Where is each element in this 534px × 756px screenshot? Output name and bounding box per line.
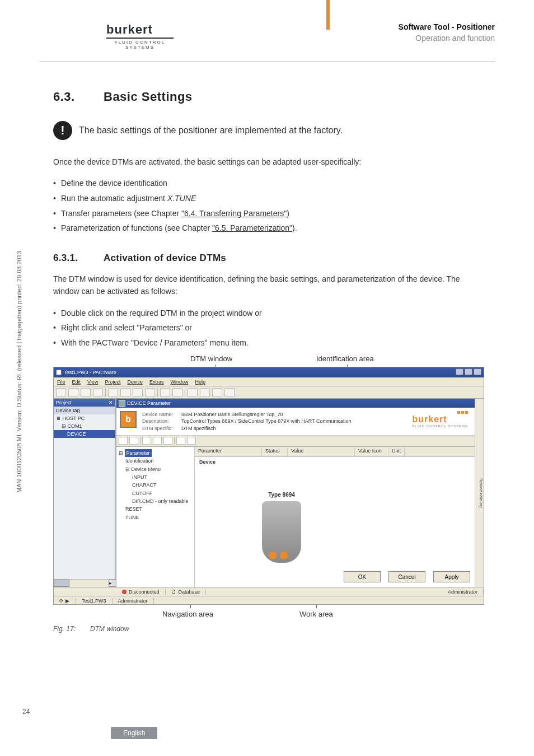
- brand-logo: burkert FLUID CONTROL SYSTEMS: [106, 22, 174, 50]
- menu-device[interactable]: Device: [127, 379, 143, 385]
- section-heading: 6.3.Basic Settings: [53, 90, 484, 104]
- toolbar-button[interactable]: [56, 388, 66, 397]
- note-icon: !: [53, 121, 72, 140]
- apply-button[interactable]: Apply: [433, 571, 470, 582]
- list-item: Parameterization of functions (see Chapt…: [53, 221, 484, 236]
- tree-node-selected[interactable]: Parameter: [125, 449, 152, 457]
- header-titles: Software Tool - Positioner Operation and…: [399, 22, 495, 43]
- identification-area: b Device name:8694 Positioner Basis Stel…: [116, 408, 475, 435]
- menu-project[interactable]: Project: [105, 379, 120, 385]
- callout-ident-area: Identification area: [316, 354, 374, 363]
- ok-button[interactable]: OK: [344, 571, 381, 582]
- list-item: Double click on the required DTM in the …: [53, 306, 484, 321]
- dtm-toolbar[interactable]: [116, 436, 475, 447]
- statusbar-dtm: Disconnected 🗋 Database Administrator: [54, 587, 484, 596]
- tree-node[interactable]: DIR.CMD - only readable: [119, 497, 192, 505]
- menu-extras[interactable]: Extras: [149, 379, 164, 385]
- dtm-window: DEVICE Parameter b Device name:8694 Posi…: [116, 399, 475, 587]
- callout-nav-area: Navigation area: [162, 610, 213, 618]
- note-text: The basic settings of the positioner are…: [79, 125, 343, 136]
- screenshot-pactware: Test1.PW3 - PACTware File Edit View Proj…: [53, 367, 484, 605]
- menu-window[interactable]: Window: [170, 379, 188, 385]
- database-icon: 🗋: [171, 589, 176, 595]
- menubar[interactable]: File Edit View Project Device Extras Win…: [54, 377, 484, 386]
- link-parameterization[interactable]: "6.5. Parameterization": [212, 223, 292, 232]
- list-item: With the PACTware "Device / Parameters" …: [53, 335, 484, 351]
- link-transfer-params[interactable]: "6.4. Transferring Parameters": [181, 209, 287, 218]
- tree-node[interactable]: Identification: [119, 457, 192, 465]
- tree-node[interactable]: CUTOFF: [119, 489, 192, 497]
- window-titlebar[interactable]: Test1.PW3 - PACTware: [54, 367, 484, 377]
- device-label: Device: [199, 459, 216, 465]
- accent-bar: [326, 0, 330, 30]
- menu-edit[interactable]: Edit: [72, 379, 81, 385]
- horizontal-scrollbar[interactable]: ▸: [54, 579, 116, 587]
- side-metadata: MAN 1000120508 ML Version: D Status: RL …: [16, 251, 22, 493]
- panel-header: Project✕: [54, 399, 115, 407]
- statusbar-app: ⟳ ▶ Test1.PW3 Administrator: [54, 596, 484, 604]
- tree-node[interactable]: INPUT: [119, 473, 192, 481]
- header-divider: [39, 61, 495, 62]
- list-item: Right click and select "Parameters" or: [53, 320, 484, 335]
- list-item: Run the automatic adjustment X.TUNE: [53, 191, 484, 206]
- device-icon: b: [120, 411, 137, 428]
- menu-help[interactable]: Help: [195, 379, 205, 385]
- intro-paragraph: Once the device DTMs are activated, the …: [53, 156, 484, 168]
- tree-node[interactable]: TUNE: [119, 514, 192, 521]
- product-image: Type 8694: [262, 492, 301, 563]
- navigation-tree[interactable]: ⊟ Parameter Identification ⊟ Device Menu…: [116, 447, 195, 587]
- tree-row[interactable]: ⊟ COM1: [54, 422, 115, 430]
- close-icon: [474, 368, 481, 375]
- brand-logo-small: burkert FLUID CONTROL SYSTEMS: [413, 411, 468, 431]
- bullet-list: Double click on the required DTM in the …: [53, 306, 484, 351]
- project-panel[interactable]: Project✕ Device tag 🖥 HOST PC ⊟ COM1 DEV…: [54, 399, 116, 587]
- tree-row[interactable]: 🖥 HOST PC: [54, 414, 115, 422]
- dtm-titlebar[interactable]: DEVICE Parameter: [116, 399, 475, 408]
- list-item: Define the device identification: [53, 176, 484, 191]
- window-controls[interactable]: [455, 368, 481, 376]
- bullet-list: Define the device identification Run the…: [53, 176, 484, 235]
- work-area: Parameter Status Value Value Icon Unit D…: [195, 447, 475, 587]
- tree-row-selected[interactable]: DEVICE: [54, 430, 115, 438]
- tree-node[interactable]: ⊟ Device Menu: [119, 465, 192, 473]
- main-toolbar[interactable]: [54, 386, 484, 399]
- column-header: Device tag: [54, 407, 115, 414]
- callout-work-area: Work area: [299, 610, 333, 618]
- maximize-icon: [465, 368, 472, 375]
- doc-title: Software Tool - Positioner: [399, 22, 495, 31]
- subsection-paragraph: The DTM window is used for device identi…: [53, 273, 484, 298]
- figure-caption: Fig. 17:DTM window: [53, 625, 484, 633]
- cancel-button[interactable]: Cancel: [388, 571, 425, 582]
- tree-node[interactable]: RESET: [119, 505, 192, 513]
- page-number: 24: [22, 708, 30, 716]
- doc-subtitle: Operation and function: [399, 34, 495, 43]
- language-badge: English: [111, 727, 157, 739]
- minimize-icon: [456, 368, 463, 375]
- work-header: Parameter Status Value Value Icon Unit: [195, 447, 475, 457]
- menu-file[interactable]: File: [57, 379, 65, 385]
- subsection-heading: 6.3.1.Activation of device DTMs: [53, 253, 484, 264]
- menu-view[interactable]: View: [87, 379, 98, 385]
- device-catalog-tab[interactable]: Device catalog: [475, 399, 484, 587]
- tree-node[interactable]: CHARACT: [119, 481, 192, 489]
- callout-dtm-window: DTM window: [190, 354, 232, 363]
- list-item: Transfer parameters (see Chapter "6.4. T…: [53, 206, 484, 221]
